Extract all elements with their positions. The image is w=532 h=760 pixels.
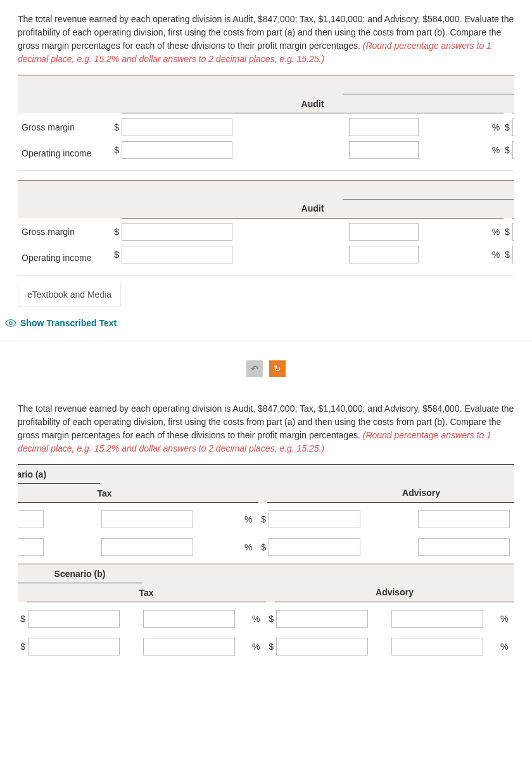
gm-audit-dollar-a[interactable] [122, 118, 232, 136]
scenario-a-table2: Scenario (a) Tax Advisory $ % $ % $ [18, 464, 514, 559]
etextbook-button[interactable]: eTextbook and Media [18, 283, 121, 307]
oi-adv-pct-2a[interactable] [418, 538, 510, 556]
scenario-b-table-wrap[interactable]: Scenario (b) Audit Tax Gross margin $ % … [18, 180, 514, 276]
gm-audit-pct-b[interactable] [349, 223, 419, 241]
question-text-2: The total revenue earned by each operati… [0, 390, 532, 464]
show-transcribed-label: Show Transcribed Text [20, 318, 117, 328]
oi-audit-pct-b[interactable] [349, 246, 419, 263]
percent-sign: % [243, 508, 258, 531]
gm-audit-pct-a[interactable] [349, 118, 419, 136]
operating-income-label-b: Operating income [18, 246, 113, 275]
dollar-sign: $ [113, 220, 122, 243]
gm-tax-pct-2b[interactable] [143, 610, 235, 628]
show-transcribed-link[interactable]: Show Transcribed Text [5, 318, 117, 328]
scenario-b-header-2: Scenario (b) [18, 564, 142, 583]
eye-icon [5, 319, 16, 327]
percent-sign: % [488, 220, 504, 243]
percent-sign: % [488, 246, 504, 275]
gross-margin-label-b: Gross margin [18, 220, 113, 243]
percent-sign: % [488, 141, 504, 170]
scenario-b-header: Scenario (b) [343, 180, 514, 199]
gm-audit-dollar-b[interactable] [122, 223, 232, 241]
tax-header-a: Tax [512, 94, 514, 113]
dollar-sign: $ [504, 141, 512, 170]
svg-point-0 [10, 322, 13, 325]
audit-header-a: Audit [122, 94, 504, 113]
redo-button[interactable]: ↻ [269, 360, 286, 377]
advisory-header-2a: Advisory [267, 484, 514, 503]
gm-tax-dollar-a[interactable] [512, 118, 514, 136]
dollar-sign: $ [504, 116, 512, 139]
oi-audit-pct-a[interactable] [349, 141, 419, 159]
dollar-sign: $ [113, 246, 122, 275]
action-buttons: ↶ ↻ [0, 341, 532, 390]
oi-tax-dollar-a[interactable] [512, 141, 514, 159]
scenario-b-table2-wrap[interactable]: Scenario (b) Tax Advisory $ % $ % $ [18, 564, 514, 658]
percent-sign: % [243, 536, 258, 559]
oi-tax-dollar-2b[interactable] [28, 638, 120, 656]
gm-adv-pct-2a[interactable] [418, 510, 510, 528]
dollar-sign: $ [258, 536, 267, 559]
percent-sign: % [499, 607, 514, 630]
oi-audit-dollar-a[interactable] [122, 141, 232, 159]
tax-header-2a: Tax [18, 484, 258, 503]
gm-tax-dollar-2a[interactable] [18, 510, 44, 528]
scenario-a-table: Scenario (a) Audit Tax Gross margin $ % … [18, 75, 514, 170]
scenario-a-table2-wrap[interactable]: Scenario (a) Tax Advisory $ % $ % $ [18, 464, 514, 559]
oi-audit-dollar-b[interactable] [122, 246, 232, 263]
dollar-sign: $ [504, 220, 512, 243]
oi-tax-dollar-b[interactable] [512, 246, 514, 263]
scenario-b-table: Scenario (b) Audit Tax Gross margin $ % … [18, 180, 514, 276]
dollar-sign: $ [258, 508, 267, 531]
percent-sign: % [251, 635, 266, 658]
question-text: The total revenue earned by each operati… [0, 0, 532, 75]
gross-margin-label-a: Gross margin [18, 116, 113, 139]
gm-tax-dollar-2b[interactable] [28, 610, 120, 628]
dollar-sign: $ [18, 607, 27, 630]
advisory-header-2b: Advisory [275, 583, 514, 602]
gm-adv-dollar-2b[interactable] [276, 610, 368, 628]
gm-adv-pct-2b[interactable] [391, 610, 483, 628]
oi-adv-pct-2b[interactable] [391, 638, 483, 656]
tax-header-b: Tax [512, 199, 514, 218]
dollar-sign: $ [18, 635, 27, 658]
oi-adv-dollar-2b[interactable] [276, 638, 368, 656]
oi-adv-dollar-2a[interactable] [269, 538, 360, 556]
dollar-sign: $ [113, 141, 122, 170]
scenario-a-header: Scenario (a) [343, 75, 514, 94]
gm-tax-dollar-b[interactable] [512, 223, 514, 241]
gm-tax-pct-2a[interactable] [101, 510, 193, 528]
undo-button[interactable]: ↶ [246, 360, 263, 377]
audit-header-b: Audit [122, 199, 504, 218]
percent-sign: % [251, 607, 266, 630]
dollar-sign: $ [504, 246, 512, 275]
gm-adv-dollar-2a[interactable] [269, 510, 360, 528]
tax-header-2b: Tax [27, 583, 266, 602]
show-transcribed-section: Show Transcribed Text [0, 307, 532, 341]
percent-sign: % [488, 116, 504, 139]
oi-tax-dollar-2a[interactable] [18, 538, 44, 556]
operating-income-label-a: Operating income [18, 141, 113, 170]
oi-tax-pct-2a[interactable] [101, 538, 193, 556]
scenario-a-header-2: Scenario (a) [18, 465, 100, 484]
dollar-sign: $ [266, 635, 275, 658]
dollar-sign: $ [113, 116, 122, 139]
scenario-a-table-wrap[interactable]: Scenario (a) Audit Tax Gross margin $ % … [18, 75, 514, 171]
percent-sign: % [499, 635, 514, 658]
oi-tax-pct-2b[interactable] [143, 638, 235, 656]
dollar-sign: $ [266, 607, 275, 630]
scenario-b-table2: Scenario (b) Tax Advisory $ % $ % $ [18, 564, 514, 658]
